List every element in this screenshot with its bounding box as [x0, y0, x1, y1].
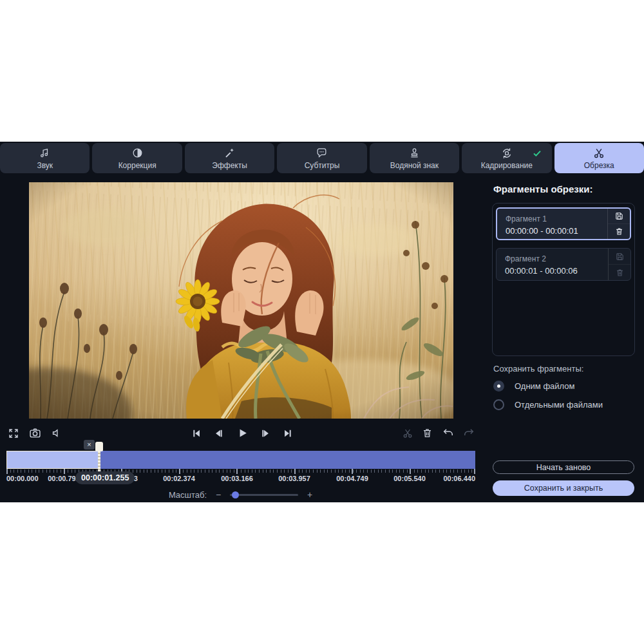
radio-button-unchecked-icon[interactable]: [493, 399, 504, 410]
fragment-time-range: 00:00:00 - 00:00:01: [506, 226, 578, 236]
fragment-actions: [607, 209, 630, 239]
tab-label: Эффекты: [212, 161, 247, 170]
floppy-icon: [614, 211, 624, 221]
timeline-time-label: 00:03.166: [221, 475, 253, 482]
tab-watermark[interactable]: Водяной знак: [370, 143, 459, 173]
check-icon: [532, 148, 542, 158]
delete-button[interactable]: [421, 427, 433, 439]
skip-start-icon: [191, 428, 202, 439]
previous-frame-button[interactable]: [213, 428, 225, 439]
radio-button-checked-icon[interactable]: [493, 381, 504, 392]
timeline-time-label: 00:06.440: [443, 475, 475, 482]
zoom-slider-knob[interactable]: [232, 491, 239, 498]
ruler-major-tick: [474, 469, 475, 474]
fragments-panel-title: Фрагменты обрезки:: [493, 184, 593, 194]
cut-button[interactable]: [402, 428, 413, 439]
play-icon: [236, 427, 249, 439]
ruler-major-tick: [179, 469, 180, 474]
timeline-time-label: 00:03.957: [278, 475, 310, 482]
timeline-zoom-control: Масштаб: − +: [29, 489, 453, 500]
delete-fragment-button[interactable]: [609, 264, 630, 280]
preview-tools: [8, 426, 63, 440]
timeline-time-label: 00:00.000: [6, 475, 39, 482]
tab-label: Водяной знак: [390, 161, 439, 170]
redo-icon: [462, 427, 475, 440]
trash-icon: [421, 427, 433, 439]
timeline-time-label: 00:05.540: [393, 475, 426, 482]
fullscreen-icon: [8, 428, 19, 439]
skip-to-start-button[interactable]: [191, 428, 202, 439]
timeline-time-label: 00:02.374: [163, 475, 195, 482]
tab-sound[interactable]: Звук: [0, 143, 90, 173]
snapshot-button[interactable]: [28, 426, 42, 440]
scissors-icon: [592, 147, 605, 160]
fragment-name: Фрагмент 2: [505, 254, 546, 263]
next-frame-button[interactable]: [260, 428, 271, 439]
speech-bubble-icon: [316, 147, 328, 160]
tab-trim[interactable]: Обрезка: [554, 143, 644, 173]
radio-label: Отдельными файлами: [515, 400, 603, 410]
delete-fragment-button[interactable]: [608, 223, 630, 239]
music-note-icon: [39, 147, 52, 160]
fragment-card-1[interactable]: Фрагмент 1 00:00:00 - 00:00:01: [496, 207, 631, 240]
remove-marker-button[interactable]: ×: [84, 440, 95, 450]
tab-label: Звук: [37, 161, 53, 170]
video-preview-frame: [29, 182, 453, 419]
camera-icon: [28, 426, 42, 440]
ruler-major-tick: [410, 469, 411, 474]
radio-separate-files[interactable]: Отдельными файлами: [493, 399, 603, 410]
playhead-handle[interactable]: [95, 442, 103, 451]
tab-subtitles[interactable]: Субтитры: [277, 143, 366, 173]
frame-forward-icon: [260, 428, 271, 439]
volume-button[interactable]: [51, 427, 63, 439]
current-time-badge: 00:00:01.255: [75, 471, 135, 484]
save-fragment-button[interactable]: [609, 249, 630, 264]
timeline-time-label: 00:04.749: [336, 475, 368, 482]
save-fragment-button[interactable]: [608, 209, 630, 223]
zoom-slider[interactable]: [230, 494, 298, 496]
zoom-label: Масштаб:: [169, 490, 207, 500]
zoom-in-button[interactable]: +: [306, 489, 314, 500]
ruler-major-tick: [294, 469, 296, 474]
tab-correction[interactable]: Коррекция: [92, 143, 182, 173]
frame-back-icon: [213, 428, 225, 439]
edit-tools: [402, 426, 475, 440]
ruler-major-tick: [236, 469, 238, 474]
tab-label: Коррекция: [118, 161, 156, 170]
speaker-icon: [51, 427, 63, 439]
trim-tool-window: Звук Коррекция Эффекты Субтитры Водяной …: [0, 142, 644, 502]
skip-end-icon: [282, 428, 294, 439]
ruler-major-tick: [64, 469, 65, 474]
tab-effects[interactable]: Эффекты: [185, 143, 274, 173]
magic-wand-icon: [223, 147, 236, 160]
fragment-actions: [608, 249, 630, 280]
timeline-selected-segment[interactable]: [6, 451, 99, 469]
save-and-close-button[interactable]: Сохранить и закрыть: [493, 480, 634, 496]
floppy-icon: [615, 252, 625, 261]
timeline-track[interactable]: [6, 451, 475, 469]
tab-label: Обрезка: [584, 161, 614, 170]
tab-label: Кадрирование: [481, 161, 533, 170]
fragment-time-range: 00:00:01 - 00:00:06: [505, 266, 578, 276]
radio-label: Одним файлом: [515, 381, 575, 391]
contrast-icon: [131, 147, 144, 160]
crop-rotate-icon: [500, 147, 513, 160]
undo-icon: [442, 427, 455, 440]
skip-to-end-button[interactable]: [282, 428, 294, 439]
zoom-out-button[interactable]: −: [214, 489, 222, 500]
redo-button[interactable]: [462, 427, 475, 440]
restart-button[interactable]: Начать заново: [493, 460, 634, 474]
undo-button[interactable]: [442, 427, 455, 440]
playback-controls: [191, 426, 294, 440]
radio-single-file[interactable]: Одним файлом: [493, 381, 575, 392]
stamp-icon: [408, 147, 421, 160]
tab-crop[interactable]: Кадрирование: [462, 143, 551, 173]
video-still-image: [29, 182, 453, 419]
fragment-name: Фрагмент 1: [506, 214, 547, 223]
ruler-major-tick: [352, 469, 353, 474]
fullscreen-button[interactable]: [8, 428, 19, 439]
timeline-ruler: [6, 469, 475, 473]
fragment-card-2[interactable]: Фрагмент 2 00:00:01 - 00:00:06: [496, 248, 631, 281]
play-button[interactable]: [236, 427, 249, 439]
fragments-list: Фрагмент 1 00:00:00 - 00:00:01 Фрагмент …: [492, 203, 635, 356]
